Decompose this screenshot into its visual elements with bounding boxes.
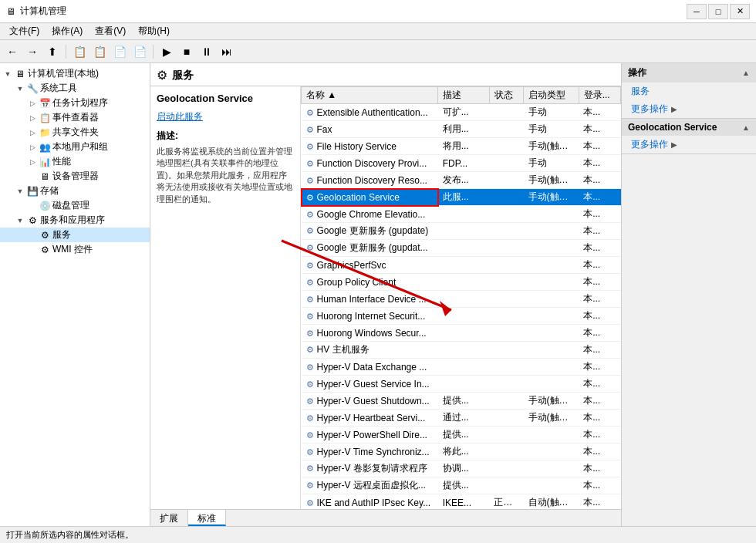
table-row[interactable]: ⚙Hyper-V Guest Service In...本... (302, 376, 621, 393)
table-row[interactable]: ⚙Group Policy Client本... (302, 274, 621, 291)
icon-devmgr: 🖥 (39, 170, 51, 183)
tree-item-wmi[interactable]: ⚙ WMI 控件 (0, 242, 150, 257)
service-desc: 提供... (438, 477, 490, 494)
service-status (489, 155, 523, 172)
table-row[interactable]: ⚙Hyper-V Guest Shutdown...提供...手动(触发...本… (302, 393, 621, 410)
table-row[interactable]: ⚙Hyper-V 卷影复制请求程序协调...本... (302, 460, 621, 477)
toolbar-back[interactable]: ← (3, 43, 22, 60)
toolbar-view1[interactable]: 📋 (70, 43, 89, 60)
service-status (489, 376, 523, 393)
tree-item-localusers[interactable]: ▷ 👥 本地用户和组 (0, 140, 150, 154)
menu-file[interactable]: 文件(F) (3, 23, 46, 39)
tree-item-performance[interactable]: ▷ 📊 性能 (0, 154, 150, 169)
close-button[interactable]: ✕ (730, 4, 750, 19)
menu-view[interactable]: 查看(V) (89, 23, 132, 39)
menu-action[interactable]: 操作(A) (46, 23, 89, 39)
icon-scheduler: 📅 (39, 97, 51, 110)
service-startup (524, 240, 579, 257)
service-name: Human Interface Device ... (317, 294, 427, 305)
toolbar-pause[interactable]: ⏸ (197, 43, 216, 60)
toolbar-view2[interactable]: 📋 (90, 43, 109, 60)
service-icon: ⚙ (306, 498, 314, 508)
maximize-button[interactable]: □ (708, 4, 728, 19)
tab-standard[interactable]: 标准 (188, 510, 226, 526)
col-header-desc[interactable]: 描述 (438, 87, 490, 104)
toolbar-view4[interactable]: 📄 (130, 43, 149, 60)
table-row[interactable]: ⚙GraphicsPerfSvc本... (302, 257, 621, 274)
toolbar-stop[interactable]: ■ (177, 43, 196, 60)
tree-item-services[interactable]: ⚙ 服务 (0, 228, 150, 242)
table-row[interactable]: ⚙Hyper-V 远程桌面虚拟化...提供...本... (302, 477, 621, 494)
table-row[interactable]: ⚙Hyper-V PowerShell Dire...提供...本... (302, 427, 621, 444)
expand-localusers: ▷ (26, 141, 39, 153)
table-row[interactable]: ⚙Hyper-V Heartbeat Servi...通过...手动(触发...… (302, 410, 621, 427)
minimize-button[interactable]: ─ (687, 4, 707, 19)
toolbar-view3[interactable]: 📄 (110, 43, 129, 60)
toolbar-next[interactable]: ⏭ (218, 43, 236, 60)
table-row[interactable]: ⚙File History Service将用...手动(触发...本... (302, 138, 621, 155)
service-icon: ⚙ (306, 430, 314, 440)
service-name: Hyper-V Guest Service In... (317, 379, 430, 390)
services-desc-panel: Geolocation Service 启动此服务 描述: 此服务将监视系统的当… (150, 86, 301, 509)
table-row[interactable]: ⚙Function Discovery Provi...FDP...手动本... (302, 155, 621, 172)
table-row[interactable]: ⚙IKE and AuthIP IPsec Key...IKEE...正在...… (302, 494, 621, 510)
col-header-status[interactable]: 状态 (489, 87, 523, 104)
tree-item-tools[interactable]: ▼ 🔧 系统工具 (0, 81, 150, 96)
table-row[interactable]: ⚙HV 主机服务本... (302, 342, 621, 359)
service-desc: IKEE... (438, 494, 490, 510)
table-row[interactable]: ⚙Human Interface Device ...本... (302, 291, 621, 308)
tree-item-devmgr[interactable]: 🖥 设备管理器 (0, 169, 150, 184)
tree-item-eventviewer[interactable]: ▷ 📋 事件查看器 (0, 110, 150, 125)
action-item-more-services[interactable]: 更多操作 ▶ (622, 100, 756, 118)
more-arrow-geolocation: ▶ (671, 140, 677, 149)
table-row[interactable]: ⚙Extensible Authentication...可扩...手动本... (302, 104, 621, 121)
service-icon: ⚙ (306, 447, 314, 457)
tree-item-root[interactable]: ▼ 🖥 计算机管理(本地) (0, 66, 150, 81)
action-item-more-geolocation[interactable]: 更多操作 ▶ (622, 136, 756, 153)
collapse-arrow-services[interactable]: ▲ (742, 69, 750, 77)
col-header-name[interactable]: 名称 ▲ (302, 87, 438, 104)
service-desc: 发布... (438, 172, 490, 189)
tree-item-diskmgmt[interactable]: 💿 磁盘管理 (0, 198, 150, 213)
table-row[interactable]: ⚙Google 更新服务 (gupdate)本... (302, 223, 621, 240)
table-row[interactable]: ⚙Hyper-V Time Synchroniz...将此...本... (302, 444, 621, 460)
table-row[interactable]: ⚙Google Chrome Elevatio...本... (302, 206, 621, 223)
icon-root: 🖥 (14, 68, 26, 80)
expand-wmi (26, 244, 39, 256)
tree-item-servapps[interactable]: ▼ ⚙ 服务和应用程序 (0, 213, 150, 228)
services-header-icon: ⚙ (157, 68, 167, 83)
collapse-arrow-geolocation[interactable]: ▲ (742, 123, 750, 132)
service-startup (524, 359, 579, 376)
expand-diskmgmt (26, 200, 39, 212)
service-startup (524, 223, 579, 240)
expand-eventviewer: ▷ (26, 112, 39, 124)
table-row[interactable]: ⚙Function Discovery Reso...发布...手动(触发...… (302, 172, 621, 189)
status-text: 打开当前所选内容的属性对话框。 (6, 529, 133, 541)
expand-services (26, 229, 39, 241)
menu-help[interactable]: 帮助(H) (132, 23, 176, 39)
service-desc (438, 325, 490, 342)
toolbar-forward[interactable]: → (23, 43, 42, 60)
col-header-startup[interactable]: 启动类型 (524, 87, 579, 104)
services-list-panel[interactable]: 名称 ▲ 描述 状态 启动类型 登录... ⚙Extensible Authen… (301, 86, 621, 509)
table-row[interactable]: ⚙Hyper-V Data Exchange ...本... (302, 359, 621, 376)
table-row[interactable]: ⚙Huorong Internet Securit...本... (302, 308, 621, 325)
label-servapps: 服务和应用程序 (40, 214, 105, 227)
table-row[interactable]: ⚙Fax利用...手动本... (302, 121, 621, 138)
service-status (489, 121, 523, 138)
table-row[interactable]: ⚙Google 更新服务 (gupdat...本... (302, 240, 621, 257)
table-row[interactable]: ⚙Huorong Windows Secur...本... (302, 325, 621, 342)
service-icon: ⚙ (306, 481, 314, 490)
tree-item-storage[interactable]: ▼ 💾 存储 (0, 184, 150, 198)
table-row[interactable]: ⚙Geolocation Service此服...手动(触发...本... (302, 189, 621, 206)
col-header-login[interactable]: 登录... (579, 87, 620, 104)
toolbar-up[interactable]: ⬆ (43, 43, 62, 60)
tree-item-sharedfolders[interactable]: ▷ 📁 共享文件夹 (0, 125, 150, 140)
label-scheduler: 任务计划程序 (52, 96, 108, 110)
service-login: 本... (579, 104, 620, 121)
action-item-services[interactable]: 服务 (622, 83, 756, 100)
toolbar-play[interactable]: ▶ (157, 43, 176, 60)
tab-expand[interactable]: 扩展 (150, 510, 188, 526)
action-link[interactable]: 启动此服务 (157, 110, 294, 123)
tree-item-scheduler[interactable]: ▷ 📅 任务计划程序 (0, 96, 150, 110)
